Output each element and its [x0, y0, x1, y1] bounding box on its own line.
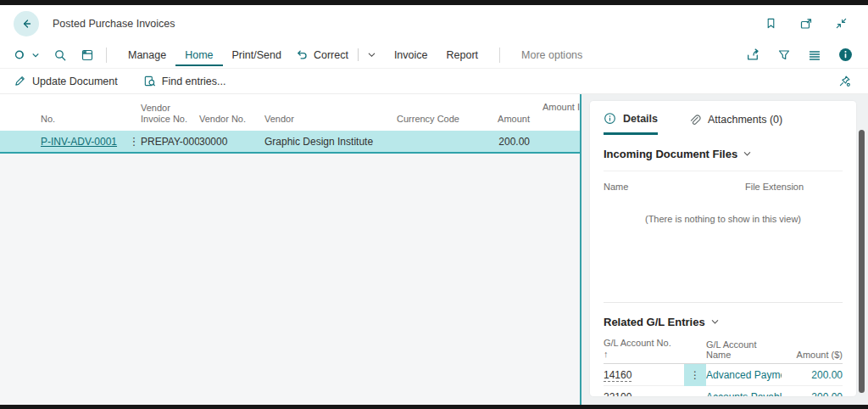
incoming-files-section-header[interactable]: Incoming Document Files	[604, 148, 843, 160]
info-icon[interactable]	[838, 48, 853, 62]
col-header-amount[interactable]: Amount	[483, 114, 530, 126]
factbox-pane: Details Attachments (0) Incoming Documen…	[581, 94, 868, 405]
gl-account-name-link[interactable]: Accounts Payable, Do...	[706, 391, 782, 397]
list-view-icon[interactable]	[808, 48, 821, 62]
chevron-down-icon	[31, 51, 40, 59]
gl-entries-section-header[interactable]: Related G/L Entries	[604, 316, 843, 328]
gl-col-account-no[interactable]: G/L Account No. ↑	[604, 338, 684, 360]
action-ribbon: Manage Home Print/Send Correct Invoice R…	[0, 42, 868, 69]
tab-details[interactable]: Details	[604, 112, 658, 135]
menu-correct[interactable]: Correct	[309, 44, 353, 66]
share-icon[interactable]	[746, 48, 760, 62]
row-menu-icon[interactable]: ⋮	[127, 135, 141, 148]
views-switcher-button[interactable]	[14, 48, 40, 62]
incoming-files-table: Name File Extension (There is nothing to…	[604, 171, 843, 224]
gl-entries-title: Related G/L Entries	[604, 316, 705, 328]
filter-icon[interactable]	[777, 48, 791, 62]
gl-header-row: G/L Account No. ↑ G/L Account Name Amoun…	[604, 338, 843, 364]
files-col-file-extension[interactable]: File Extension	[745, 182, 843, 192]
menu-home[interactable]: Home	[175, 44, 222, 66]
back-button[interactable]	[14, 11, 39, 36]
tab-attachments[interactable]: Attachments (0)	[688, 114, 782, 134]
files-empty-message: (There is nothing to show in this view)	[604, 214, 843, 224]
back-arrow-icon	[19, 17, 33, 31]
main-content: No. Vendor Invoice No. Vendor No. Vendor…	[0, 94, 868, 405]
gl-account-name-link[interactable]: Advanced Payments f...	[706, 369, 782, 381]
toolbar-divider	[106, 48, 107, 63]
gl-entry-row[interactable]: 14160 ⋮ Advanced Payments f... 200.00	[604, 364, 843, 386]
split-button-divider	[358, 48, 359, 61]
col-header-currency-code[interactable]: Currency Code	[386, 114, 483, 126]
factbox-card: Details Attachments (0) Incoming Documen…	[590, 101, 856, 396]
list-header-row: No. Vendor Invoice No. Vendor No. Vendor…	[0, 94, 580, 131]
vendor-no-link[interactable]: 30000	[199, 136, 227, 148]
menu-correct-group[interactable]: Correct	[291, 44, 385, 66]
find-entries-button[interactable]: Find entries...	[143, 75, 226, 87]
sort-ascending-icon: ↑	[604, 349, 684, 360]
gl-col-account-name[interactable]: G/L Account Name	[706, 339, 782, 360]
update-document-button[interactable]: Update Document	[14, 75, 118, 87]
collapse-window-icon[interactable]	[835, 17, 848, 30]
invoice-row-selected[interactable]: P-INV-ADV-0001 ⋮ PREPAY-0001 30000 Graph…	[0, 131, 580, 154]
col-header-no[interactable]: No.	[14, 114, 127, 126]
details-info-icon	[604, 112, 616, 125]
views-icon	[14, 48, 28, 62]
gl-row-menu-icon[interactable]: ⋮	[684, 364, 706, 386]
col-header-amount-incl[interactable]: Amount I	[530, 99, 580, 115]
factbox-tabs: Details Attachments (0)	[604, 112, 843, 135]
window-bottom-strip	[0, 405, 868, 409]
pencil-icon	[14, 75, 26, 87]
invoice-list-pane: No. Vendor Invoice No. Vendor No. Vendor…	[0, 94, 580, 405]
open-in-new-window-icon[interactable]	[799, 17, 813, 31]
undo-icon	[296, 48, 309, 61]
menu-invoice[interactable]: Invoice	[385, 44, 437, 66]
factbox-section-divider	[604, 302, 843, 303]
bookmark-icon[interactable]	[765, 17, 777, 30]
gl-amount-link[interactable]: -200.00	[782, 391, 843, 397]
section-chevron-down-icon	[743, 149, 752, 159]
menu-report[interactable]: Report	[437, 44, 488, 66]
page-title: Posted Purchase Invoices	[53, 18, 175, 30]
gl-col-amount[interactable]: Amount ($)	[782, 350, 843, 360]
search-icon[interactable]	[53, 48, 67, 62]
col-header-vendor-invoice-no[interactable]: Vendor Invoice No.	[141, 103, 199, 126]
vendor-no-cell: 30000	[199, 136, 264, 148]
page-header: Posted Purchase Invoices	[0, 5, 868, 42]
gl-entries-table: G/L Account No. ↑ G/L Account Name Amoun…	[604, 338, 843, 396]
gl-entry-row[interactable]: 22100 Accounts Payable, Do... -200.00	[604, 386, 843, 396]
gl-account-no-link[interactable]: 14160	[604, 369, 632, 382]
col-header-rowmenu	[127, 125, 141, 126]
vendor-invoice-no-cell: PREPAY-0001	[141, 136, 199, 148]
analyze-icon[interactable]	[81, 48, 94, 62]
amount-cell: 200.00	[483, 136, 530, 148]
list-empty-area	[0, 154, 580, 405]
correct-chevron-down-icon[interactable]	[364, 50, 380, 59]
tab-attachments-label: Attachments (0)	[708, 114, 782, 126]
update-document-label: Update Document	[32, 76, 118, 87]
incoming-files-header-row: Name File Extension	[604, 171, 843, 195]
tab-details-label: Details	[623, 113, 658, 125]
promoted-actions-bar: Update Document Find entries...	[0, 69, 868, 94]
find-entries-icon	[143, 75, 156, 87]
menu-print-send[interactable]: Print/Send	[223, 44, 291, 66]
col-header-vendor[interactable]: Vendor	[264, 114, 386, 126]
pin-icon[interactable]	[838, 75, 854, 87]
menu-more-options[interactable]: More options	[512, 44, 592, 66]
gl-account-no-cell: 22100	[604, 391, 684, 397]
paperclip-icon	[688, 114, 701, 126]
incoming-files-title: Incoming Document Files	[604, 148, 737, 160]
vendor-name-cell: Graphic Design Institute	[264, 136, 386, 148]
scrollbar-thumb[interactable]	[859, 130, 865, 393]
gl-account-no-cell: 14160	[604, 369, 684, 381]
col-header-vendor-no[interactable]: Vendor No.	[199, 114, 264, 126]
files-col-name[interactable]: Name	[604, 182, 745, 192]
factbox-scrollbar[interactable]	[859, 130, 865, 393]
invoice-no-link[interactable]: P-INV-ADV-0001	[41, 136, 117, 148]
find-entries-label: Find entries...	[162, 76, 226, 87]
section-chevron-down-icon-2	[710, 317, 720, 327]
gl-amount-link[interactable]: 200.00	[782, 369, 843, 381]
factbox-spacer	[604, 249, 843, 297]
invoice-no-cell: P-INV-ADV-0001	[14, 136, 127, 148]
menu-manage[interactable]: Manage	[119, 44, 175, 66]
toolbar-divider-2	[499, 48, 500, 63]
